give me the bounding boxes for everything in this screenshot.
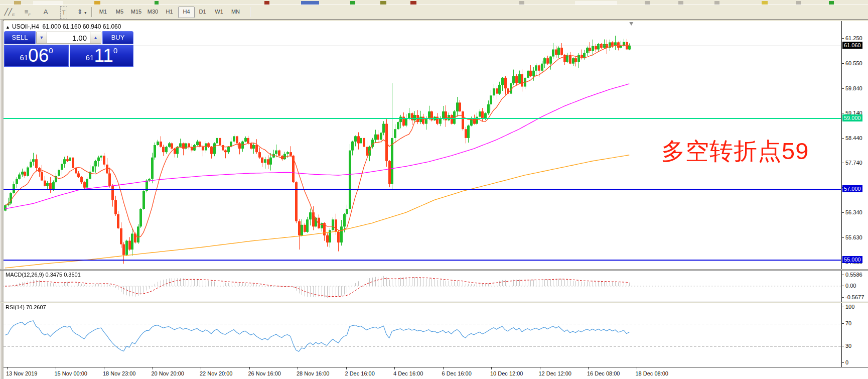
cropped-upper-toolbar [0,0,868,5]
rsi-tick-100: 100 [845,304,854,310]
buy-price-tile[interactable]: 61110 [70,45,133,67]
rsi-tick-30: 30 [845,343,851,349]
time-label: 18 Nov 23:00 [103,370,135,376]
price-tick-55.630: 55.630 [845,234,862,240]
cropped-icon [264,1,269,5]
timeframe-button-W1[interactable]: W1 [211,7,227,17]
time-label: 16 Dec 08:00 [587,370,620,376]
time-tick [394,367,395,369]
symbol-arrow-icon: ▲ [6,25,10,30]
cropped-icon [575,1,617,5]
cursor-mode-icon[interactable]: ⇕ ▾ [74,6,89,18]
timeframe-button-M30[interactable]: M30 [145,7,161,17]
rsi-tick-70: 70 [845,320,851,326]
cropped-icon [380,1,386,5]
price-tick-59.840: 59.840 [845,85,862,91]
time-label: 20 Nov 20:00 [152,370,184,376]
cropped-icon [350,1,355,5]
time-label: 26 Nov 16:00 [248,370,281,376]
cropped-icon [155,1,159,5]
macd-axis[interactable]: 0.55860.00-0.5677 [841,271,868,302]
price-badge-61.060: 61.060 [842,42,862,49]
time-label: 15 Nov 00:00 [55,370,87,376]
time-tick [298,367,298,369]
timeframe-button-H4[interactable]: H4 [178,7,195,18]
rsi-canvas[interactable] [4,303,841,367]
time-label: 4 Dec 16:00 [393,370,423,376]
textlabel-t-icon[interactable]: T [56,6,71,18]
macd-canvas[interactable] [4,271,841,302]
time-label: 12 Dec 12:00 [539,370,571,376]
cropped-icon [14,1,21,5]
time-label: 18 Dec 08:00 [636,370,668,376]
timeframe-button-H1[interactable]: H1 [162,7,177,17]
trendline-e-icon[interactable]: ╱╱E [2,6,17,18]
sell-price-pips: 06 [28,45,49,66]
timeframe-button-MN[interactable]: MN [228,7,243,17]
volume-decrease-button[interactable]: ▼ [36,32,47,44]
time-label: 22 Nov 20:00 [200,370,232,376]
toolbar-separator [91,7,92,17]
toolbar: ╱╱E≡FAT⇕ ▾M1M5M15M30H1H4D1W1MN [0,5,868,20]
macd-tick-0.5586: 0.5586 [845,272,862,278]
time-tick [56,367,56,369]
rsi-panel[interactable]: RSI(14) 70.2607 [4,303,841,367]
time-tick [104,367,104,369]
timeframe-button-M1[interactable]: M1 [95,7,111,17]
time-tick [201,367,201,369]
time-tick [443,367,444,369]
time-tick [249,367,250,369]
cropped-icon [301,1,319,5]
time-label: 2 Dec 16:00 [345,370,375,376]
chart-ohlc-values: 61.000 61.160 60.940 61.060 [43,23,121,30]
buy-button[interactable]: BUY [102,31,133,44]
chart-text-annotation[interactable]: 多空转折点59 [661,136,809,167]
timeframe-button-D1[interactable]: D1 [195,7,210,17]
toolbar-separator [250,7,250,17]
cropped-icon [714,1,719,5]
rsi-tick-0: 0 [845,359,848,365]
cropped-icon [829,1,834,5]
time-tick [637,367,637,369]
buy-price-whole: 61 [86,53,94,62]
cropped-icon [678,1,683,5]
price-badge-57.000: 57.000 [842,185,862,192]
buy-price-pips: 11 [94,45,113,66]
rsi-axis[interactable]: 10070300 [841,303,868,367]
time-label: 10 Dec 12:00 [490,370,523,376]
price-tick-56.340: 56.340 [845,209,862,215]
cropped-icon [796,1,801,5]
time-label: 6 Dec 16:00 [442,370,472,376]
time-axis[interactable]: 13 Nov 201915 Nov 00:0018 Nov 23:0020 No… [4,367,868,379]
volume-input[interactable] [47,32,90,44]
cropped-icon [645,1,650,5]
sell-price-whole: 61 [20,53,28,62]
time-tick [540,367,540,369]
buy-price-point: 0 [113,46,117,55]
chart-symbol: USOil-,H4 [12,23,39,30]
price-badge-59.000: 59.000 [842,114,862,121]
macd-panel[interactable]: MACD(12,26,9) 0.3475 0.3501 [4,271,841,302]
time-tick [346,367,347,369]
cropped-icon [33,1,63,5]
one-click-trade-panel: SELL ▼ ▲ BUY 61060 61110 [4,31,133,67]
text-a-icon[interactable]: A [38,6,53,18]
cropped-icon [94,1,100,5]
sell-price-point: 0 [49,46,53,55]
time-tick [491,367,492,369]
timeframe-button-M5[interactable]: M5 [112,7,127,17]
sell-price-tile[interactable]: 61060 [4,45,69,67]
grid-f-icon[interactable]: ≡F [20,6,35,18]
sell-button[interactable]: SELL [4,31,36,44]
price-axis[interactable]: 61.25060.55059.84059.14058.44057.74057.0… [841,21,868,269]
price-tick-57.740: 57.740 [845,160,862,166]
timeframe-button-M15[interactable]: M15 [128,7,144,17]
volume-increase-button[interactable]: ▲ [90,32,101,44]
macd-tick--0.5677: -0.5677 [845,294,864,300]
main-chart-panel[interactable]: ▲USOil-,H4 61.000 61.160 60.940 61.060 S… [4,21,841,269]
price-tick-61.250: 61.250 [845,35,862,41]
price-tick-60.550: 60.550 [845,60,862,66]
mt4-window: ╱╱E≡FAT⇕ ▾M1M5M15M30H1H4D1W1MN ▲USOil-,H… [0,0,868,379]
time-tick [7,367,8,369]
rsi-label: RSI(14) 70.2607 [6,304,46,310]
